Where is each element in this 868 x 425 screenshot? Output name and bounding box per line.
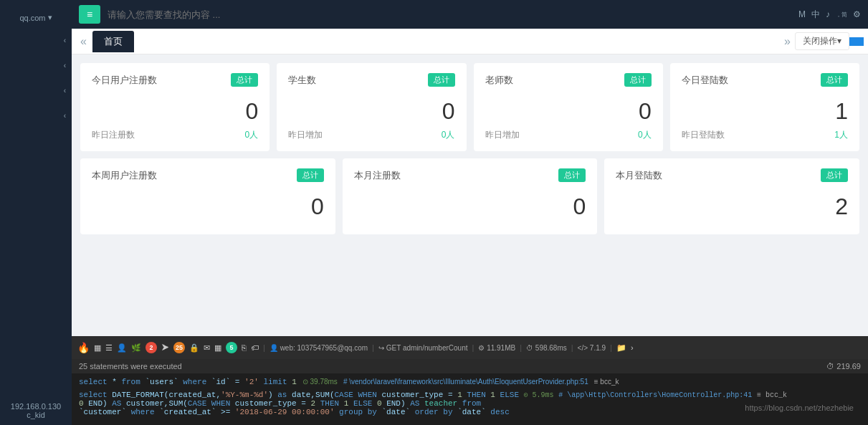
debug-tag-icon[interactable]: 🏷 — [251, 343, 259, 352]
debug-arrow-icon[interactable]: ⮞ — [161, 343, 169, 352]
stat-title-teachers: 老师数 — [485, 74, 513, 87]
debug-separator-2: | — [372, 343, 374, 352]
stat-value-students: 0 — [288, 94, 454, 129]
debug-request: ↪ GET admin/numberCount — [378, 344, 468, 352]
sql-code-2b: 0 END) AS customer,SUM(CASE WHEN custome… — [79, 399, 787, 408]
sql-meta-2: ⊙ 5.9ms — [524, 391, 554, 399]
stat-title-daily-reg: 今日用户注册数 — [92, 74, 157, 87]
debug-lock-icon[interactable]: 🔒 — [189, 343, 199, 353]
close-operations-button[interactable]: 关闭操作▾ — [795, 32, 849, 50]
input-method-icon[interactable]: M — [798, 9, 806, 19]
stat-value-monthly-login: 2 — [616, 189, 848, 224]
stat-footer-label-teachers: 昨日增加 — [485, 129, 520, 141]
stat-title-weekly-reg: 本周用户注册数 — [92, 169, 157, 182]
debug-time: ⏱ 598.68ms — [526, 344, 567, 352]
stat-title-monthly-reg: 本月注册数 — [354, 169, 401, 182]
debug-separator-6: | — [610, 343, 612, 352]
music-icon[interactable]: ♪ — [826, 9, 830, 19]
stat-footer-val-daily-login: 1人 — [834, 129, 848, 141]
sql-suffix-1: ≡ bcc_k — [594, 378, 619, 386]
simplified-icon[interactable]: ，简 — [836, 11, 847, 19]
debug-flame-icon[interactable]: 🔥 — [77, 342, 90, 353]
stat-value-weekly-reg: 0 — [92, 189, 324, 224]
stat-title-students: 学生数 — [288, 74, 316, 87]
person-icon: 👤 — [270, 344, 278, 352]
debug-badge-5[interactable]: 5 — [226, 342, 237, 353]
stat-value-monthly-reg: 0 — [354, 189, 586, 224]
sidebar-nav-1[interactable]: ‹ — [0, 28, 72, 53]
stat-footer-val-students: 0人 — [442, 129, 455, 141]
stat-footer-label-students: 昨日增加 — [288, 129, 323, 141]
search-input[interactable] — [108, 9, 791, 20]
sidebar-ip: 192.168.0.130 c_kid — [5, 396, 67, 425]
sidebar-nav-4[interactable]: ‹ — [0, 103, 72, 128]
debug-separator-1: | — [263, 343, 265, 352]
topbar: ≡ M 中 ♪ ，简 ⚙ — [72, 0, 868, 29]
stat-title-monthly-login: 本月登陆数 — [616, 169, 662, 182]
memory-icon: ⚙ — [478, 344, 485, 352]
clock-icon: ⏱ — [526, 344, 533, 352]
sql-code-2c: `customer` where `created_at` >= '2018-0… — [79, 408, 787, 416]
debug-more-icon[interactable]: › — [631, 343, 634, 352]
debug-version: </> 7.1.9 — [578, 344, 606, 352]
stat-badge-monthly-reg: 总计 — [558, 168, 586, 182]
sql-code-2a: select DATE_FORMAT(created_at,'%Y-%m-%d'… — [79, 391, 787, 399]
stat-badge-students: 总计 — [428, 73, 455, 87]
stat-footer-label-daily-reg: 昨日注册数 — [92, 129, 135, 141]
redirect-icon: ↪ — [378, 344, 384, 352]
debug-badge-2[interactable]: 2 — [146, 342, 157, 353]
sql-path-1: # \vendor\laravel\framework\src\Illumina… — [343, 378, 588, 386]
stat-card-students: 学生数 总计 0 昨日增加 0人 — [277, 63, 466, 151]
stat-card-daily-reg: 今日用户注册数 总计 0 昨日注册数 0人 — [80, 63, 270, 151]
debug-bar: 🔥 ▦ ☰ 👤 🌿 2 ⮞ 25 🔒 ✉ ▦ 5 ⎘ 🏷 | 👤 web: 10… — [72, 336, 868, 359]
sidebar-nav-3[interactable]: ‹ — [0, 78, 72, 103]
sql-path-2: # \app\Http\Controllers\HomeController.p… — [558, 391, 752, 399]
debug-separator-3: | — [472, 343, 474, 352]
debug-envelope-icon[interactable]: ✉ — [204, 343, 210, 353]
debug-grid-icon[interactable]: ▦ — [214, 343, 221, 353]
debug-list-icon[interactable]: ☰ — [105, 343, 113, 353]
chevron-icon-1: ‹ — [64, 37, 66, 44]
stat-footer-val-daily-reg: 0人 — [245, 129, 259, 141]
menu-button[interactable]: ≡ — [79, 5, 100, 24]
stat-footer-val-teachers: 0人 — [638, 129, 652, 141]
hamburger-icon: ≡ — [87, 9, 92, 20]
main-content: ≡ M 中 ♪ ，简 ⚙ « 首页 » 关闭操作▾ 今日用户注册数 总计 0 — [72, 0, 868, 425]
stat-footer-label-daily-login: 昨日登陆数 — [682, 129, 725, 141]
sql-panel: select * from `users` where `id` = '2' l… — [72, 373, 868, 425]
sidebar-nav-2[interactable]: ‹ — [0, 53, 72, 78]
language-icon[interactable]: 中 — [811, 9, 820, 21]
stats-row-2: 本周用户注册数 总计 0 本月注册数 总计 0 本月登陆数 总计 2 — [80, 158, 859, 234]
sidebar: qq.com ▾ ‹ ‹ ‹ ‹ 192.168.0.130 c_kid — [0, 0, 72, 425]
stat-badge-daily-login: 总计 — [821, 73, 848, 87]
navtabs: « 首页 » 关闭操作▾ — [72, 29, 868, 54]
sql-stmt-count: 25 statements were executed — [79, 362, 182, 371]
debug-copy-icon[interactable]: ⎘ — [242, 343, 247, 352]
nav-back-button[interactable]: « — [76, 32, 91, 51]
stat-value-teachers: 0 — [485, 94, 652, 129]
settings-icon[interactable]: ⚙ — [853, 9, 861, 19]
stat-badge-daily-reg: 总计 — [231, 73, 258, 87]
domain-label: qq.com — [19, 14, 45, 22]
debug-files-icon[interactable]: 📁 — [616, 343, 626, 353]
dashboard: 今日用户注册数 总计 0 昨日注册数 0人 学生数 总计 0 昨日增加 0人 — [72, 54, 868, 336]
debug-leaf-icon[interactable]: 🌿 — [131, 343, 141, 353]
debug-table-icon[interactable]: ▦ — [94, 343, 101, 353]
chevron-icon-4: ‹ — [64, 112, 66, 120]
stat-card-monthly-reg: 本月注册数 总计 0 — [343, 158, 598, 234]
debug-badge-25[interactable]: 25 — [173, 342, 185, 353]
domain-chevron: ▾ — [48, 13, 52, 22]
sql-suffix-2: ≡ bcc_k — [757, 391, 787, 399]
stat-title-daily-login: 今日登陆数 — [682, 74, 728, 87]
debug-user-icon[interactable]: 👤 — [117, 343, 127, 353]
tab-blue-indicator — [849, 37, 864, 46]
stat-card-teachers: 老师数 总计 0 昨日增加 0人 — [474, 63, 663, 151]
stat-card-monthly-login: 本月登陆数 总计 2 — [604, 158, 859, 234]
sidebar-domain[interactable]: qq.com ▾ — [15, 7, 56, 28]
sql-query-1: select * from `users` where `id` = '2' l… — [79, 378, 861, 386]
nav-forward-button[interactable]: » — [780, 32, 795, 51]
stat-badge-weekly-reg: 总计 — [297, 168, 324, 182]
stat-badge-teachers: 总计 — [624, 73, 652, 87]
tab-home[interactable]: 首页 — [92, 31, 134, 52]
chevron-icon-3: ‹ — [64, 87, 66, 95]
